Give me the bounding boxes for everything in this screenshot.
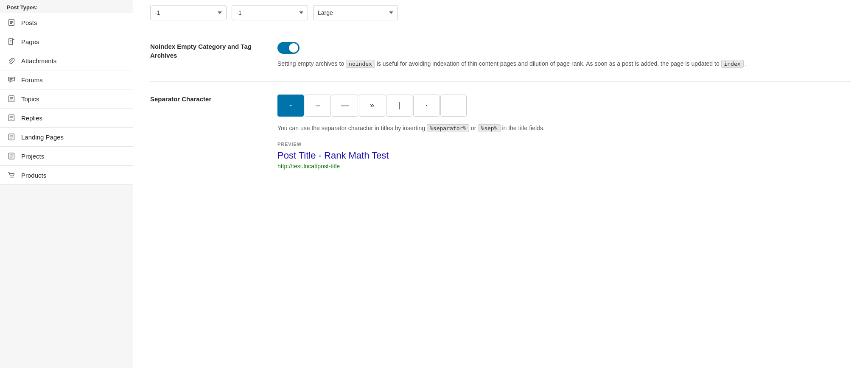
sidebar-item-projects[interactable]: Projects — [0, 147, 133, 166]
noindex-description: Setting empty archives to noindex is use… — [277, 59, 851, 69]
landing-pages-icon — [7, 132, 16, 142]
sidebar-section-label: Post Types: — [0, 0, 133, 13]
sidebar-item-topics[interactable]: Topics — [0, 89, 133, 109]
sep-btn-pipe[interactable]: | — [386, 95, 412, 117]
sidebar-item-attachments[interactable]: Attachments — [0, 51, 133, 70]
sidebar-item-replies[interactable]: Replies — [0, 109, 133, 128]
noindex-desc-middle: is useful for avoiding indexation of thi… — [377, 60, 721, 67]
separator-label: Separator Character — [150, 95, 260, 103]
noindex-label: Noindex Empty Category and Tag Archives — [150, 42, 260, 60]
topics-icon — [7, 94, 16, 103]
preview-label: PREVIEW — [277, 142, 851, 147]
separator-control-col: - – — » | · You can use the separator ch… — [277, 95, 851, 170]
sidebar-item-label-pages: Pages — [21, 38, 39, 45]
forums-icon — [7, 75, 16, 84]
sidebar-item-label-attachments: Attachments — [21, 57, 56, 64]
sidebar-item-products[interactable]: Products — [0, 166, 133, 185]
svg-point-27 — [13, 177, 14, 178]
dropdown-2[interactable]: -1 — [232, 5, 308, 20]
cart-icon — [7, 170, 16, 180]
noindex-control-col: Setting empty archives to noindex is use… — [277, 42, 851, 69]
main-content: -1 -1 Large Noindex Empty Category and T… — [133, 0, 868, 368]
sidebar-item-label-posts: Posts — [21, 19, 37, 26]
sidebar-item-landing-pages[interactable]: Landing Pages — [0, 128, 133, 147]
sidebar-item-forums[interactable]: Forums — [0, 70, 133, 89]
sidebar-item-label-topics: Topics — [21, 95, 39, 103]
sep-desc1: You can use the separator character in t… — [277, 125, 425, 131]
sep-btn-ndash[interactable]: – — [305, 95, 331, 117]
toggle-thumb — [289, 43, 298, 53]
sidebar-item-pages[interactable]: Pages — [0, 32, 133, 51]
sidebar-item-posts[interactable]: Posts — [0, 13, 133, 32]
replies-icon — [7, 113, 16, 123]
sep-code2: %sep% — [478, 124, 500, 132]
preview-url: http://test.local/post-title — [277, 163, 851, 170]
sidebar-item-label-landing-pages: Landing Pages — [21, 134, 64, 141]
noindex-code2: index — [721, 60, 744, 68]
noindex-section: Noindex Empty Category and Tag Archives … — [150, 29, 851, 82]
noindex-desc-before: Setting empty archives to — [277, 60, 344, 67]
sep-code1: %separator% — [427, 124, 469, 132]
separator-label-col: Separator Character — [150, 95, 260, 103]
sidebar-item-label-products: Products — [21, 172, 46, 179]
svg-rect-4 — [9, 39, 13, 45]
sidebar-item-label-forums: Forums — [21, 76, 43, 84]
sep-btn-dash[interactable]: - — [277, 95, 304, 117]
separator-buttons-group: - – — » | · — [277, 95, 851, 117]
sep-desc3: in the title fields. — [502, 125, 544, 131]
separator-description: You can use the separator character in t… — [277, 123, 851, 133]
toggle-wrapper — [277, 42, 851, 54]
noindex-label-col: Noindex Empty Category and Tag Archives — [150, 42, 260, 60]
sep-btn-custom[interactable] — [440, 95, 467, 117]
projects-icon — [7, 151, 16, 161]
sep-btn-raquo[interactable]: » — [359, 95, 385, 117]
attachment-icon — [7, 56, 16, 65]
sidebar: Post Types: Posts Pages — [0, 0, 133, 368]
dropdown-1[interactable]: -1 — [150, 5, 227, 20]
preview-title[interactable]: Post Title - Rank Math Test — [277, 150, 851, 161]
noindex-desc-after: . — [745, 60, 747, 67]
top-dropdowns-row: -1 -1 Large — [150, 0, 851, 29]
noindex-code1: noindex — [346, 60, 375, 68]
sidebar-item-label-replies: Replies — [21, 114, 42, 122]
document-icon — [7, 18, 16, 27]
sidebar-item-label-projects: Projects — [21, 153, 44, 160]
sep-btn-mdash[interactable]: — — [332, 95, 358, 117]
svg-point-26 — [11, 177, 11, 178]
page-icon — [7, 37, 16, 46]
sep-desc2: or — [471, 125, 478, 131]
separator-section: Separator Character - – — » | · You can … — [150, 82, 851, 182]
dropdown-3[interactable]: Large — [313, 5, 398, 20]
noindex-toggle[interactable] — [277, 42, 300, 54]
svg-rect-7 — [8, 77, 14, 81]
sep-btn-bullet[interactable]: · — [413, 95, 440, 117]
